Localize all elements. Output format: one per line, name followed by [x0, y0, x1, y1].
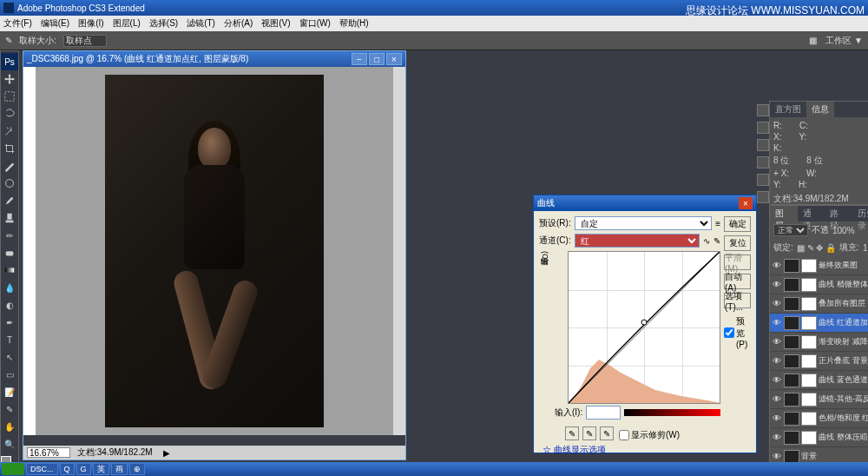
- minimize-button[interactable]: −: [352, 53, 367, 65]
- visibility-icon[interactable]: 👁: [772, 433, 782, 443]
- tab-channels[interactable]: 通道: [798, 206, 825, 221]
- menu-analysis[interactable]: 分析(A): [224, 17, 253, 30]
- preview-checkbox[interactable]: [724, 327, 734, 338]
- navigator-icon[interactable]: [757, 104, 769, 116]
- scrollbar-vertical[interactable]: [393, 67, 405, 435]
- sample-dropdown[interactable]: [63, 35, 107, 47]
- swatches-icon[interactable]: [757, 139, 769, 151]
- opacity-value[interactable]: 100%: [832, 226, 855, 235]
- taskbar-ime-g[interactable]: G: [76, 463, 91, 475]
- visibility-icon[interactable]: 👁: [772, 280, 782, 290]
- curves-titlebar[interactable]: 曲线 ×: [534, 195, 756, 211]
- visibility-icon[interactable]: 👁: [772, 318, 782, 328]
- visibility-icon[interactable]: 👁: [772, 299, 782, 309]
- gradient-tool[interactable]: [1, 261, 18, 279]
- layer-row[interactable]: 👁 正片叠底 背景压缩: [770, 352, 868, 371]
- tab-history[interactable]: 历史记录: [852, 206, 868, 221]
- visibility-icon[interactable]: 👁: [772, 394, 782, 405]
- visibility-icon[interactable]: 👁: [772, 452, 782, 462]
- palette-toggle-icon[interactable]: ▦: [809, 36, 817, 45]
- wand-tool[interactable]: [1, 122, 18, 140]
- menu-image[interactable]: 图像(I): [78, 17, 103, 30]
- paragraph-icon[interactable]: [757, 191, 769, 203]
- curves-close-button[interactable]: ×: [739, 197, 753, 209]
- menu-edit[interactable]: 编辑(E): [41, 17, 69, 30]
- layer-row[interactable]: 👁 曲线 蓝色通道暗部: [770, 371, 868, 390]
- history-brush-tool[interactable]: ✏: [1, 227, 18, 244]
- visibility-icon[interactable]: 👁: [772, 261, 782, 271]
- type-tool[interactable]: T: [1, 331, 18, 348]
- stamp-tool[interactable]: [1, 209, 18, 227]
- channel-dropdown[interactable]: 红: [575, 234, 700, 248]
- menu-select[interactable]: 选择(S): [149, 17, 178, 30]
- pen-tool[interactable]: ✒: [1, 314, 18, 331]
- blend-mode-dropdown[interactable]: 正常: [773, 224, 808, 236]
- zoom-tool[interactable]: 🔍: [1, 435, 18, 453]
- taskbar-ime-draw[interactable]: 画: [111, 463, 128, 475]
- taskbar-item[interactable]: DSC...: [26, 463, 58, 475]
- fill-value[interactable]: 100%: [863, 243, 868, 253]
- canvas[interactable]: [36, 67, 393, 435]
- brush-tool[interactable]: [1, 192, 18, 209]
- menu-view[interactable]: 视图(V): [261, 17, 290, 30]
- options-button[interactable]: 选项(T)...: [724, 293, 751, 308]
- workspace-dropdown[interactable]: 工作区 ▼: [825, 35, 863, 47]
- menu-window[interactable]: 窗口(W): [299, 17, 331, 30]
- path-tool[interactable]: ↖: [1, 348, 18, 366]
- layer-row[interactable]: 👁 滤镜-其他-高反差保留-叠加: [770, 390, 868, 409]
- color-icon[interactable]: [757, 122, 769, 134]
- character-icon[interactable]: [757, 174, 769, 186]
- gray-point-eyedropper[interactable]: ✎: [582, 426, 596, 440]
- layer-row[interactable]: 👁 曲线 精微整体提亮: [770, 275, 868, 294]
- blur-tool[interactable]: 💧: [1, 279, 18, 296]
- visibility-icon[interactable]: 👁: [772, 413, 782, 424]
- notes-tool[interactable]: 📝: [1, 383, 18, 400]
- start-button[interactable]: [2, 463, 24, 475]
- layer-row[interactable]: 👁 色相/饱和度 红色: [770, 409, 868, 428]
- menu-file[interactable]: 文件(F): [3, 17, 32, 30]
- slice-tool[interactable]: [1, 157, 18, 175]
- layer-row[interactable]: 👁 曲线 整体压暗: [770, 428, 868, 447]
- black-point-eyedropper[interactable]: ✎: [565, 426, 579, 440]
- menu-filter[interactable]: 滤镜(T): [187, 17, 215, 30]
- tab-layers[interactable]: 图层: [770, 206, 798, 221]
- tab-histogram[interactable]: 直方图: [770, 102, 806, 117]
- curve-display-options[interactable]: ☆ 曲线显示选项: [542, 444, 720, 456]
- hand-tool[interactable]: ✋: [1, 418, 18, 435]
- taskbar-ime-plus[interactable]: ⊕: [129, 463, 145, 475]
- dodge-tool[interactable]: ◐: [1, 296, 18, 314]
- styles-icon[interactable]: [757, 156, 769, 169]
- close-button[interactable]: ×: [386, 53, 402, 65]
- taskbar-ime-lang[interactable]: 英: [93, 463, 109, 475]
- show-clip-checkbox[interactable]: [619, 430, 629, 440]
- reset-button[interactable]: 复位: [724, 235, 751, 251]
- taskbar-ime-q[interactable]: Q: [60, 463, 75, 475]
- move-tool[interactable]: [1, 70, 18, 88]
- preset-dropdown[interactable]: 自定: [575, 216, 712, 230]
- lock-icons[interactable]: ▦ ✎ ✥ 🔒: [797, 243, 836, 253]
- zoom-input[interactable]: [27, 447, 70, 458]
- layer-row[interactable]: 👁 叠加所有图层 然后精修肤质感: [770, 294, 868, 314]
- tab-info[interactable]: 信息: [806, 102, 834, 117]
- visibility-icon[interactable]: 👁: [772, 337, 782, 347]
- smooth-button[interactable]: 平滑(M): [724, 255, 751, 270]
- layer-row[interactable]: 👁 最终效果图: [770, 256, 868, 275]
- preset-menu-icon[interactable]: ≡: [715, 219, 720, 228]
- heal-tool[interactable]: [1, 175, 18, 192]
- input-value[interactable]: [586, 406, 621, 420]
- visibility-icon[interactable]: 👁: [772, 356, 782, 367]
- visibility-icon[interactable]: 👁: [772, 375, 782, 386]
- document-titlebar[interactable]: _DSC3668.jpg @ 16.7% (曲线 红通道加点红, 图层蒙版/8)…: [23, 51, 405, 67]
- lasso-tool[interactable]: [1, 105, 18, 122]
- tab-paths[interactable]: 路径: [825, 206, 852, 221]
- white-point-eyedropper[interactable]: ✎: [600, 426, 614, 440]
- menu-help[interactable]: 帮助(H): [339, 17, 369, 30]
- marquee-tool[interactable]: [1, 88, 18, 105]
- layer-row[interactable]: 👁 渐变映射 减降饱和: [770, 333, 868, 352]
- eyedropper-tool[interactable]: ✎: [1, 400, 18, 418]
- auto-button[interactable]: 自动(A): [724, 274, 751, 289]
- menu-layer[interactable]: 图层(L): [113, 17, 141, 30]
- layer-row[interactable]: 👁 曲线 红通道加点红: [770, 314, 868, 333]
- ok-button[interactable]: 确定: [724, 216, 751, 232]
- maximize-button[interactable]: □: [369, 53, 385, 65]
